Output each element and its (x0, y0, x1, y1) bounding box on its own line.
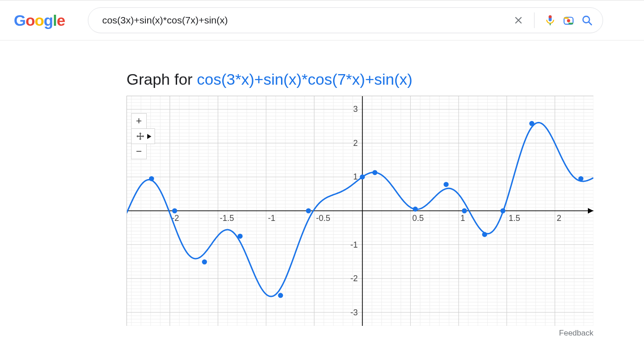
mic-icon[interactable] (544, 14, 557, 27)
search-bar (88, 7, 603, 33)
svg-point-158 (149, 176, 154, 181)
pan-button[interactable] (131, 128, 155, 144)
search-input[interactable] (101, 14, 509, 26)
svg-point-172 (578, 176, 583, 181)
function-plot[interactable]: -2-1.5-1-0.50.511.52-3-2-1123 (126, 96, 593, 326)
svg-text:0.5: 0.5 (412, 214, 424, 223)
search-icon[interactable] (581, 14, 593, 27)
zoom-in-button[interactable]: + (131, 113, 147, 129)
svg-point-4 (567, 19, 570, 23)
svg-text:-2: -2 (351, 274, 358, 283)
svg-text:2: 2 (557, 214, 561, 223)
zoom-out-button[interactable]: − (131, 144, 147, 159)
svg-text:3: 3 (353, 104, 358, 114)
svg-text:1: 1 (460, 214, 465, 223)
svg-text:-1: -1 (351, 240, 358, 249)
svg-point-159 (172, 208, 177, 214)
graph-title: Graph for cos(3*x)+sin(x)*cos(7*x)+sin(x… (126, 70, 644, 88)
svg-text:-3: -3 (351, 308, 358, 317)
search-separator (534, 12, 535, 28)
google-logo[interactable]: Google (14, 12, 65, 29)
graph-title-prefix: Graph for (126, 70, 197, 88)
camera-icon[interactable] (562, 14, 575, 27)
svg-point-169 (482, 232, 487, 237)
svg-text:2: 2 (353, 139, 358, 148)
svg-rect-5 (564, 17, 569, 19)
svg-point-160 (202, 260, 207, 265)
clear-icon[interactable] (512, 14, 525, 27)
svg-point-166 (413, 207, 418, 212)
svg-point-168 (462, 208, 467, 214)
svg-point-165 (372, 170, 377, 175)
svg-point-161 (237, 234, 242, 239)
svg-rect-1 (549, 15, 552, 18)
graph-container: + − -2-1.5-1-0.50.511.52-3-2-1123 Feedba… (126, 96, 593, 338)
svg-point-163 (306, 208, 311, 214)
header: Google (0, 0, 644, 41)
graph-title-expression: cos(3*x)+sin(x)*cos(7*x)+sin(x) (197, 70, 413, 88)
graph-controls: + − (131, 113, 155, 159)
main-content: Graph for cos(3*x)+sin(x)*cos(7*x)+sin(x… (0, 41, 644, 338)
svg-point-167 (443, 182, 448, 187)
feedback-link[interactable]: Feedback (126, 329, 593, 338)
svg-point-164 (360, 174, 365, 180)
svg-text:-0.5: -0.5 (316, 214, 330, 223)
svg-point-162 (278, 293, 283, 298)
svg-point-171 (529, 121, 535, 126)
svg-text:-1.5: -1.5 (220, 214, 234, 223)
svg-text:1.5: 1.5 (509, 214, 520, 223)
svg-text:-1: -1 (268, 214, 275, 223)
svg-rect-6 (569, 23, 573, 24)
svg-point-170 (500, 208, 506, 214)
svg-line-8 (589, 22, 592, 25)
